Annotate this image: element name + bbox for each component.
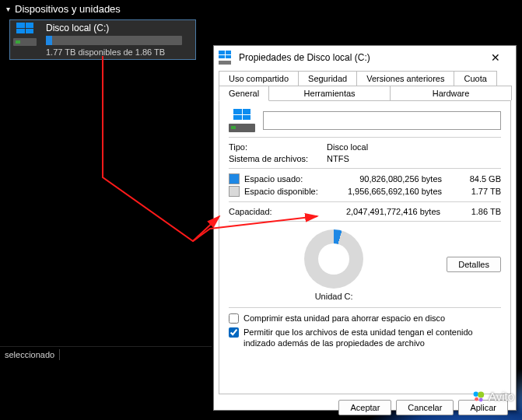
dialog-title: Propiedades de Disco local (C:) (239, 52, 474, 63)
type-label: Tipo: (229, 142, 322, 152)
drive-icon (219, 51, 233, 65)
free-label: Espacio disponible: (244, 187, 328, 196)
device-subtext: 1.77 TB disponibles de 1.86 TB (46, 47, 186, 57)
tab-security[interactable]: Seguridad (298, 71, 357, 86)
usage-pie-chart (304, 229, 363, 289)
status-bar: seleccionado (0, 346, 212, 362)
capacity-bar (46, 36, 182, 45)
type-value: Disco local (327, 142, 443, 152)
tab-prev-versions[interactable]: Versiones anteriores (356, 71, 454, 86)
used-swatch (229, 173, 240, 184)
used-human: 84.5 GB (447, 174, 501, 184)
capacity-label: Capacidad: (229, 207, 322, 216)
ok-button[interactable]: Aceptar (338, 400, 391, 415)
compress-label: Comprimir esta unidad para ahorrar espac… (243, 313, 445, 324)
index-label: Permitir que los archivos de esta unidad… (243, 327, 501, 348)
watermark-text: Avito (489, 390, 514, 403)
pie-label: Unidad C: (315, 292, 353, 301)
tab-hardware[interactable]: Hardware (390, 86, 512, 100)
titlebar[interactable]: Propiedades de Disco local (C:) ✕ (214, 46, 516, 69)
used-label: Espacio usado: (244, 174, 328, 184)
index-checkbox-row[interactable]: Permitir que los archivos de esta unidad… (229, 327, 501, 348)
group-header[interactable]: ▾ Dispositivos y unidades (0, 0, 522, 18)
compress-checkbox-row[interactable]: Comprimir esta unidad para ahorrar espac… (229, 313, 501, 324)
drive-icon (229, 109, 255, 132)
svg-point-1 (478, 391, 484, 397)
free-human: 1.77 TB (447, 187, 501, 196)
group-header-label: Dispositivos y unidades (15, 3, 121, 15)
fs-value: NTFS (327, 154, 443, 163)
tab-quota[interactable]: Cuota (454, 71, 496, 86)
cancel-button[interactable]: Cancelar (396, 400, 454, 415)
watermark: Avito (472, 390, 514, 403)
capacity-human: 1.86 TB (445, 207, 501, 216)
svg-point-0 (474, 391, 478, 396)
tab-sharing[interactable]: Uso compartido (219, 71, 299, 86)
tab-general[interactable]: General (219, 86, 269, 101)
drive-icon (13, 23, 38, 46)
svg-point-3 (479, 397, 483, 401)
fs-label: Sistema de archivos: (229, 154, 322, 163)
free-bytes: 1,956,665,692,160 bytes (333, 187, 442, 196)
details-button[interactable]: Detalles (447, 257, 501, 272)
free-swatch (229, 186, 240, 197)
svg-point-2 (475, 397, 478, 401)
index-checkbox[interactable] (229, 327, 239, 338)
compress-checkbox[interactable] (229, 313, 239, 324)
used-bytes: 90,826,080,256 bytes (333, 174, 442, 184)
properties-dialog: Propiedades de Disco local (C:) ✕ Genera… (213, 45, 517, 411)
tab-tools[interactable]: Herramientas (268, 86, 391, 100)
device-row-c[interactable]: Disco local (C:) 1.77 TB disponibles de … (9, 19, 196, 60)
capacity-bytes: 2,047,491,772,416 bytes (327, 207, 440, 216)
chevron-down-icon: ▾ (6, 5, 10, 13)
tab-content-general: Tipo: Disco local Sistema de archivos: N… (219, 100, 511, 394)
status-text: seleccionado (5, 350, 54, 359)
volume-label-input[interactable] (263, 111, 501, 130)
device-name: Disco local (C:) (46, 23, 186, 33)
close-button[interactable]: ✕ (480, 47, 511, 68)
